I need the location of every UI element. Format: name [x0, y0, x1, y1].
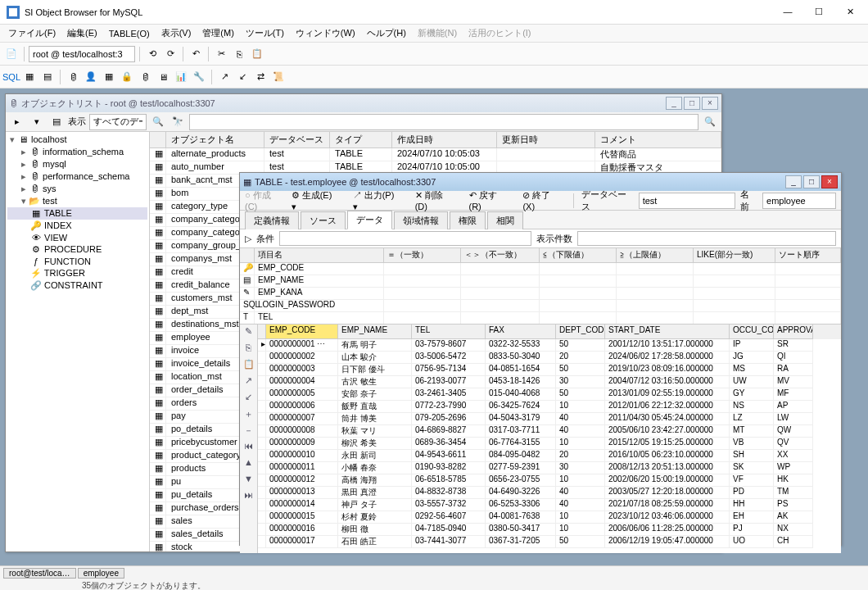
data-row[interactable]: 0000000017石田 皓正03-7441-30770367-31-72055… — [258, 536, 841, 548]
import-icon[interactable]: ↙ — [234, 69, 251, 85]
filter-row[interactable]: SQLLOGIN_PASSWORD — [240, 300, 841, 312]
gen-button[interactable]: ⚙ 生成(E) ▾ — [286, 187, 344, 215]
tab-priv[interactable]: 権限 — [450, 211, 486, 229]
view-combo[interactable] — [89, 114, 147, 130]
user-icon[interactable]: 👤 — [83, 69, 99, 85]
data-grid[interactable]: EMP_CODE EMP_NAME TEL FAX DEPT_CODE STAR… — [258, 324, 841, 553]
filter-row[interactable]: ✎EMP_KANA — [240, 288, 841, 300]
filter-row[interactable]: TTEL — [240, 312, 841, 324]
up-icon[interactable]: ▲ — [242, 457, 255, 470]
remove-icon[interactable]: － — [242, 424, 255, 438]
name-input[interactable] — [762, 193, 836, 209]
db-icon[interactable]: 🛢 — [65, 69, 81, 85]
first-icon[interactable]: ⏮ — [242, 441, 255, 454]
data-row[interactable]: 0000000011小幡 春奈0190-93-82820277-59-23913… — [258, 462, 841, 474]
paste-icon[interactable]: 📋 — [249, 46, 265, 62]
last-icon[interactable]: ⏭ — [242, 490, 255, 503]
cut-icon[interactable]: ✂ — [213, 46, 229, 62]
db-combo[interactable] — [639, 193, 735, 209]
import-icon[interactable]: ↙ — [242, 392, 255, 405]
menu-help[interactable]: ヘルプ(H) — [362, 25, 411, 41]
lock-icon[interactable]: 🔒 — [119, 69, 135, 85]
object-tree[interactable]: ▾🖥 localhost ▸🛢 information_schema ▸🛢 my… — [6, 132, 150, 551]
monitor-icon[interactable]: 🖥 — [155, 69, 171, 85]
child-minimize[interactable]: _ — [785, 175, 802, 188]
cond-input[interactable] — [279, 231, 531, 246]
child-close[interactable]: × — [821, 175, 838, 188]
close-button[interactable]: ⊘ 終了(X) — [517, 187, 567, 214]
go-icon[interactable]: 🔍 — [702, 114, 718, 130]
db2-icon[interactable]: 🛢 — [137, 69, 153, 85]
close-button[interactable]: ✕ — [842, 7, 858, 17]
filter-row[interactable]: ▤EMP_NAME — [240, 275, 841, 288]
data-row[interactable]: 0000000009柳沢 希美0689-36-345406-7764-31551… — [258, 438, 841, 450]
filter-row[interactable]: 🔑EMP_CODE — [240, 263, 841, 275]
data-row[interactable]: 0000000015杉村 夏鈴0292-56-460704-0081-76381… — [258, 511, 841, 524]
object-grid-header[interactable]: オブジェクト名 データベース タイプ 作成日時 更新日時 コメント — [150, 132, 721, 148]
tab-area[interactable]: 領域情報 — [394, 211, 448, 229]
data-row[interactable]: 0000000006飯野 直哉0772-23-799006-3425-76241… — [258, 401, 841, 413]
data-grid-header[interactable]: EMP_CODE EMP_NAME TEL FAX DEPT_CODE STAR… — [258, 324, 841, 339]
objectlist-titlebar[interactable]: 🛢 オブジェクトリスト - root @ test/localhost:3307… — [6, 94, 721, 112]
menu-file[interactable]: ファイル(F) — [3, 25, 61, 41]
tab-rel[interactable]: 相関 — [487, 211, 523, 229]
data-row[interactable]: 0000000008秋葉 マリ04-6869-88270317-03-77114… — [258, 425, 841, 438]
new-doc-icon[interactable]: 📄 — [3, 46, 20, 62]
bottom-tab-emp[interactable]: employee — [78, 568, 124, 579]
menu-table[interactable]: TABLE(O) — [104, 27, 155, 40]
bottom-tab-conn[interactable]: root@test/loca… — [3, 568, 76, 579]
menu-tool[interactable]: ツール(T) — [241, 25, 289, 41]
data-row[interactable]: 0000000012高橋 海翔06-6518-57850656-23-07551… — [258, 474, 841, 487]
child-maximize[interactable]: □ — [803, 175, 820, 188]
dup-icon[interactable]: ⎘ — [242, 343, 255, 356]
tab-source[interactable]: ソース — [301, 211, 346, 229]
redo-icon[interactable]: ⟳ — [162, 46, 179, 62]
add-icon[interactable]: ＋ — [242, 408, 255, 421]
delete-button[interactable]: ✕ 削除(D) — [409, 187, 460, 214]
menu-hints[interactable]: 活用のヒント(I) — [463, 25, 536, 41]
play-icon[interactable]: ▷ — [245, 234, 251, 244]
grid-icon[interactable]: ▦ — [21, 69, 38, 85]
search-input[interactable] — [189, 114, 698, 130]
menu-window[interactable]: ウィンドウ(W) — [291, 25, 360, 41]
data-row[interactable]: 0000000014神戸 タ子03-5557-373206-5253-33064… — [258, 499, 841, 511]
maximize-button[interactable]: ☐ — [811, 7, 827, 17]
menu-manage[interactable]: 管理(M) — [197, 25, 239, 41]
table-row[interactable]: ▦alternate_productstestTABLE2024/07/10 1… — [150, 148, 721, 161]
data-row[interactable]: ▸0000000001 ⋯有馬 明子03-7579-86070322-32-55… — [258, 339, 841, 352]
data-row[interactable]: 0000000004古沢 敏生06-2193-00770453-18-14263… — [258, 376, 841, 388]
edit-icon[interactable]: ✎ — [242, 326, 255, 339]
menu-edit[interactable]: 編集(E) — [62, 25, 102, 41]
child-minimize[interactable]: _ — [666, 97, 682, 110]
undo-button[interactable]: ↶ 戻す(R) — [463, 187, 514, 214]
compare-icon[interactable]: ⇄ — [252, 69, 269, 85]
data-row[interactable]: 0000000003日下部 優斗0756-95-713404-0851-1654… — [258, 364, 841, 376]
tree-expand-icon[interactable]: ▸ — [9, 114, 25, 130]
cols-body[interactable]: 🔑EMP_CODE▤EMP_NAME✎EMP_KANASQLLOGIN_PASS… — [240, 263, 841, 324]
menu-view[interactable]: 表示(V) — [156, 25, 197, 41]
export-icon[interactable]: ↗ — [242, 375, 255, 388]
tree-collapse-icon[interactable]: ▾ — [29, 114, 45, 130]
binoculars-icon[interactable]: 🔭 — [170, 114, 186, 130]
connection-combo[interactable] — [29, 46, 135, 62]
data-row[interactable]: 0000000013黒田 真澄04-8832-873804-6490-32264… — [258, 487, 841, 499]
script-icon[interactable]: 📜 — [270, 69, 287, 85]
child-close[interactable]: × — [702, 97, 718, 110]
data-row[interactable]: 0000000005安部 奈子03-2461-3405015-040-40685… — [258, 388, 841, 401]
minimize-button[interactable]: — — [780, 7, 796, 17]
count-input[interactable] — [577, 231, 836, 246]
tab-def[interactable]: 定義情報 — [245, 211, 299, 229]
data-row[interactable]: 0000000016柳田 徹04-7185-09400380-50-341710… — [258, 524, 841, 536]
filter-icon[interactable]: ▤ — [48, 114, 65, 130]
search-icon[interactable]: 🔍 — [150, 114, 166, 130]
data-row[interactable]: 0000000002山本 駿介03-5006-54720833-50-30402… — [258, 352, 841, 364]
table2-icon[interactable]: ▦ — [101, 69, 117, 85]
data-row[interactable]: 0000000010永田 新司04-9543-6611084-095-04822… — [258, 450, 841, 462]
child-maximize[interactable]: □ — [684, 97, 700, 110]
sql-icon[interactable]: SQL — [3, 69, 20, 85]
table-icon[interactable]: ▤ — [39, 69, 56, 85]
data-row[interactable]: 0000000007筒井 博美079-205-269604-5043-31794… — [258, 413, 841, 425]
undo-icon[interactable]: ↶ — [188, 46, 204, 62]
menu-new[interactable]: 新機能(N) — [413, 25, 462, 41]
export-icon[interactable]: ↗ — [216, 69, 233, 85]
